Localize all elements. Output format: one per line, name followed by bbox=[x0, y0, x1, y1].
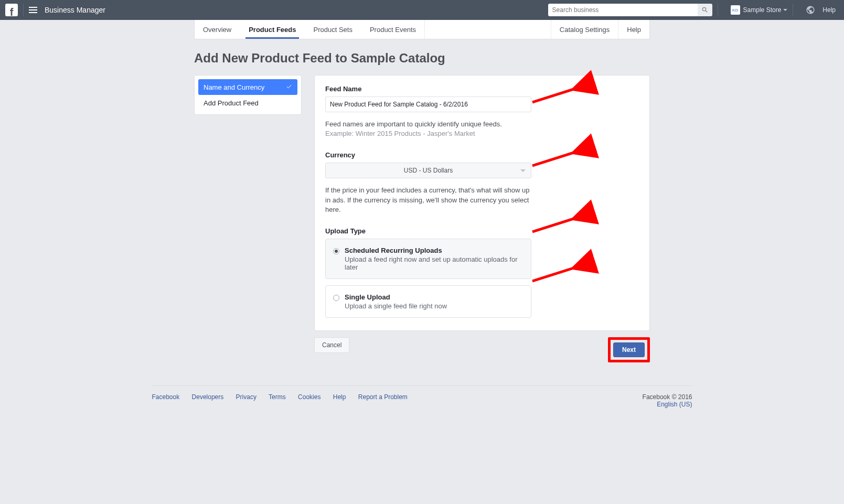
radio-icon bbox=[333, 248, 339, 254]
svg-line-2 bbox=[532, 147, 590, 166]
divider bbox=[718, 4, 718, 16]
help-link[interactable]: Help bbox=[822, 6, 836, 14]
search-button[interactable] bbox=[698, 4, 712, 16]
tab-bar: Overview Product Feeds Product Sets Prod… bbox=[194, 20, 650, 39]
language-link[interactable]: English (US) bbox=[657, 401, 692, 408]
steps-sidebar: Name and Currency Add Product Feed bbox=[194, 75, 302, 115]
search-icon bbox=[701, 6, 709, 14]
annotation-highlight: Next bbox=[608, 337, 650, 362]
footer-link[interactable]: Terms bbox=[269, 393, 286, 401]
divider bbox=[793, 4, 793, 16]
tab-overview[interactable]: Overview bbox=[195, 20, 240, 39]
tab-product-events[interactable]: Product Events bbox=[361, 20, 425, 39]
tab-help[interactable]: Help bbox=[618, 20, 649, 39]
currency-value: USD - US Dollars bbox=[404, 167, 453, 174]
annotation-arrow-icon bbox=[527, 211, 595, 237]
next-button[interactable]: Next bbox=[613, 342, 645, 357]
tab-catalog-settings[interactable]: Catalog Settings bbox=[551, 20, 618, 39]
copyright: Facebook © 2016 bbox=[643, 393, 692, 401]
step-add-feed[interactable]: Add Product Feed bbox=[198, 95, 297, 111]
step-label: Add Product Feed bbox=[204, 99, 259, 107]
footer-link[interactable]: Report a Problem bbox=[358, 393, 408, 401]
check-icon bbox=[286, 83, 292, 91]
feed-name-help: Feed names are important to quickly iden… bbox=[325, 120, 535, 138]
footer: Facebook Developers Privacy Terms Cookie… bbox=[152, 385, 692, 408]
footer-link[interactable]: Developers bbox=[192, 393, 224, 401]
footer-link[interactable]: Help bbox=[333, 393, 346, 401]
notifications-globe-icon[interactable] bbox=[806, 5, 815, 15]
footer-link[interactable]: Privacy bbox=[236, 393, 257, 401]
annotation-arrow-icon bbox=[527, 145, 595, 171]
feed-name-input[interactable] bbox=[325, 96, 531, 112]
annotation-arrow-icon bbox=[527, 260, 595, 286]
divider bbox=[23, 4, 24, 16]
tab-product-feeds[interactable]: Product Feeds bbox=[240, 20, 305, 39]
step-name-currency[interactable]: Name and Currency bbox=[198, 79, 297, 95]
tab-product-sets[interactable]: Product Sets bbox=[305, 20, 361, 39]
account-switcher[interactable]: Sample Store bbox=[743, 6, 788, 14]
option-subtitle: Upload a single feed file right now bbox=[345, 302, 447, 310]
caret-down-icon bbox=[783, 9, 787, 11]
topbar: f Business Manager KD Sample Store Help bbox=[0, 0, 844, 20]
action-row: Cancel Next bbox=[314, 337, 650, 362]
currency-select[interactable]: USD - US Dollars bbox=[325, 163, 531, 178]
search-box bbox=[548, 4, 712, 16]
avatar[interactable]: KD bbox=[731, 5, 740, 15]
upload-option-single[interactable]: Single Upload Upload a single feed file … bbox=[325, 285, 531, 318]
facebook-logo[interactable]: f bbox=[5, 4, 18, 16]
option-subtitle: Upload a feed right now and set up autom… bbox=[345, 255, 524, 271]
svg-line-1 bbox=[532, 84, 590, 102]
option-title: Scheduled Recurring Uploads bbox=[345, 246, 524, 254]
svg-line-4 bbox=[532, 263, 590, 281]
menu-icon[interactable] bbox=[29, 7, 37, 13]
caret-down-icon bbox=[520, 169, 526, 172]
cancel-button[interactable]: Cancel bbox=[314, 337, 349, 353]
app-title: Business Manager bbox=[45, 6, 105, 14]
search-input[interactable] bbox=[548, 4, 698, 16]
store-name-label: Sample Store bbox=[743, 6, 782, 14]
footer-link[interactable]: Facebook bbox=[152, 393, 180, 401]
option-title: Single Upload bbox=[345, 293, 447, 301]
step-label: Name and Currency bbox=[204, 83, 264, 91]
footer-link[interactable]: Cookies bbox=[298, 393, 320, 401]
upload-option-scheduled[interactable]: Scheduled Recurring Uploads Upload a fee… bbox=[325, 239, 531, 279]
form-panel: Feed Name Feed names are important to qu… bbox=[314, 75, 650, 331]
annotation-arrow-icon bbox=[527, 81, 595, 108]
page-title: Add New Product Feed to Sample Catalog bbox=[194, 51, 650, 66]
svg-line-3 bbox=[532, 213, 590, 232]
radio-icon bbox=[333, 295, 339, 301]
footer-links: Facebook Developers Privacy Terms Cookie… bbox=[152, 393, 418, 408]
currency-help: If the price in your feed includes a cur… bbox=[325, 186, 535, 215]
